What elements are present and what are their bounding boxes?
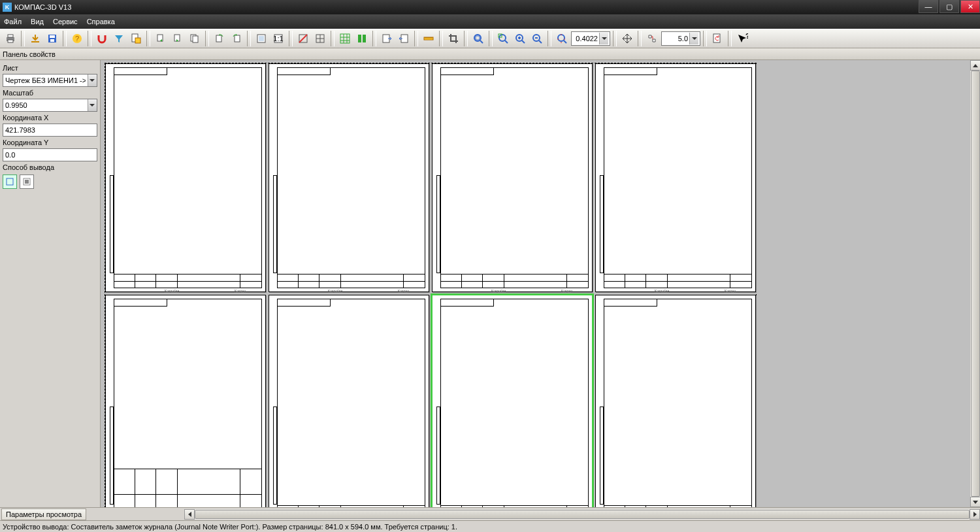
sheet-label: Лист <box>3 64 97 72</box>
dropdown-icon[interactable] <box>88 99 97 111</box>
dropdown-icon[interactable] <box>88 75 97 86</box>
load-config-icon[interactable] <box>27 31 43 46</box>
save-config-icon[interactable] <box>44 31 60 46</box>
preview-sheet[interactable]: КолробаяКопрал <box>432 295 593 507</box>
property-panel-header: Панель свойств <box>0 48 980 60</box>
coordx-input[interactable] <box>3 124 97 136</box>
minimize-button[interactable]: — <box>919 0 938 13</box>
help-icon[interactable]: ? <box>69 31 85 46</box>
coordx-label: Координата X <box>3 114 97 122</box>
scroll-thumb[interactable] <box>971 71 980 497</box>
crop-icon[interactable] <box>446 31 461 46</box>
scroll-up-icon[interactable] <box>970 60 980 71</box>
actual-icon[interactable]: 1:1 <box>270 31 286 46</box>
dropdown-icon[interactable] <box>689 33 698 44</box>
move-out-icon[interactable] <box>379 31 395 46</box>
step-icon[interactable] <box>644 31 660 46</box>
move-in-icon[interactable] <box>396 31 412 46</box>
maximize-button[interactable]: ▢ <box>939 0 959 13</box>
magnet-icon[interactable] <box>94 31 110 46</box>
scale-label: Масштаб <box>3 89 97 97</box>
coordy-input[interactable] <box>3 149 97 161</box>
sheet-combo[interactable] <box>3 74 97 87</box>
dropdown-icon[interactable] <box>599 33 608 44</box>
scroll-left-icon[interactable] <box>184 509 195 520</box>
preview-sheet[interactable]: КолробаяКопрал <box>595 295 756 507</box>
vertical-scrollbar[interactable] <box>970 60 980 507</box>
svg-point-31 <box>499 35 506 41</box>
preview-sheet[interactable]: КолробаяКопрал <box>269 63 429 292</box>
svg-text:1:1: 1:1 <box>273 35 283 42</box>
footer-text-left: Колробая <box>491 289 506 293</box>
zoom-realtime-icon[interactable] <box>554 31 570 46</box>
page-setup-icon[interactable] <box>128 31 144 46</box>
fit-icon[interactable] <box>253 31 269 46</box>
preview-canvas[interactable]: КолробаяКопралКолробаяКопралКолробаяКопр… <box>101 60 980 507</box>
zoom-window-icon[interactable] <box>470 31 486 46</box>
menu-service[interactable]: Сервис <box>53 18 78 25</box>
step-input[interactable] <box>663 33 689 44</box>
prev-sheet-icon[interactable] <box>153 31 169 46</box>
step-combo[interactable] <box>661 31 700 46</box>
scale-input[interactable] <box>3 99 88 111</box>
coordx-field[interactable] <box>3 124 97 137</box>
footer-text-right: Копрал <box>235 289 246 293</box>
property-panel: Лист Масштаб Координата X Координата Y С… <box>0 60 101 507</box>
sheet-stack-icon[interactable] <box>187 31 203 46</box>
sheet-grid: КолробаяКопралКолробаяКопралКолробаяКопр… <box>105 63 757 507</box>
pan-icon[interactable] <box>619 31 635 46</box>
output-mode-1[interactable] <box>3 175 17 189</box>
grid-small-icon[interactable] <box>354 31 370 46</box>
rotate-ccw-icon[interactable] <box>212 31 227 46</box>
menu-view[interactable]: Вид <box>31 18 44 25</box>
refresh-icon[interactable] <box>710 31 725 46</box>
zoom-combo[interactable] <box>571 31 610 46</box>
output-mode-2[interactable] <box>20 175 34 189</box>
footer-text-left: Колробая <box>328 289 342 293</box>
footer-text-right: Копрал <box>725 289 736 293</box>
svg-rect-3 <box>31 41 39 42</box>
whats-this-icon[interactable]: ? <box>734 31 750 46</box>
tab-label: Параметры просмотра <box>6 510 82 518</box>
ruler-icon[interactable] <box>421 31 436 46</box>
preview-sheet[interactable]: КолробаяКопрал <box>269 295 429 507</box>
status-text: Устройство вывода: Составитель заметок ж… <box>3 523 457 531</box>
preview-sheet[interactable]: КолробаяКопрал <box>432 63 593 292</box>
footer-text-left: Колробая <box>655 289 669 293</box>
grid-small-green-icon[interactable] <box>337 31 353 46</box>
zoom-out-icon[interactable] <box>529 31 545 46</box>
tab-preview-params[interactable]: Параметры просмотра <box>1 508 86 520</box>
cut-line-icon[interactable] <box>295 31 311 46</box>
filter-icon[interactable] <box>111 31 127 46</box>
preview-sheet[interactable]: КолробаяКопрал <box>595 63 756 292</box>
next-sheet-icon[interactable] <box>170 31 186 46</box>
svg-rect-15 <box>216 35 221 42</box>
footer-text-right: Копрал <box>398 289 409 293</box>
print-icon[interactable] <box>3 31 18 46</box>
close-button[interactable]: ✕ <box>960 0 980 13</box>
coordy-label: Координата Y <box>3 139 97 146</box>
toolbar: ? 1:1 ? <box>0 29 980 48</box>
svg-rect-24 <box>358 35 361 42</box>
scroll-right-icon[interactable] <box>970 509 980 520</box>
menu-help[interactable]: Справка <box>87 18 115 25</box>
svg-rect-38 <box>7 178 13 185</box>
preview-sheet[interactable]: КолробаяКопрал <box>105 295 266 507</box>
scroll-thumb-h[interactable] <box>195 510 970 519</box>
rotate-cw-icon[interactable] <box>229 31 244 46</box>
window-title: КОМПАС-3D V13 <box>14 3 71 11</box>
svg-rect-23 <box>340 34 350 43</box>
zoom-fit-icon[interactable] <box>495 31 511 46</box>
grid-4-icon[interactable] <box>312 31 328 46</box>
zoom-in-icon[interactable] <box>512 31 528 46</box>
zoom-input[interactable] <box>573 33 599 44</box>
sheet-input[interactable] <box>3 75 88 86</box>
preview-sheet[interactable]: КолробаяКопрал <box>105 63 266 292</box>
svg-rect-18 <box>259 36 264 41</box>
scroll-down-icon[interactable] <box>970 497 980 507</box>
svg-rect-6 <box>50 39 54 42</box>
scale-combo[interactable] <box>3 99 97 112</box>
coordy-field[interactable] <box>3 148 97 161</box>
status-bar: Устройство вывода: Составитель заметок ж… <box>0 520 980 532</box>
menu-file[interactable]: Файл <box>4 18 22 25</box>
